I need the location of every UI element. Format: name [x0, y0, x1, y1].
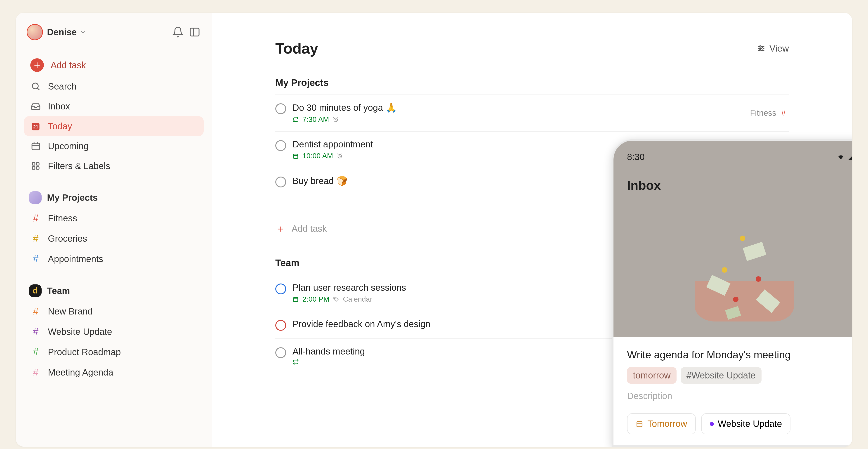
task-title: Buy bread	[292, 176, 334, 186]
chip-date[interactable]: tomorrow	[627, 367, 677, 384]
today-label: Today	[48, 121, 72, 131]
phone-add-task-sheet: Write agenda for Monday's meeting tomorr…	[614, 337, 852, 434]
label-icon	[333, 296, 339, 302]
today-icon: 21	[30, 121, 41, 131]
panel-toggle-icon[interactable]	[188, 26, 201, 38]
phone-inbox-title: Inbox	[627, 178, 661, 192]
view-button[interactable]: View	[757, 43, 789, 54]
project-new-brand[interactable]: # New Brand	[24, 301, 204, 322]
recurring-icon	[292, 359, 299, 365]
phone-time: 8:30	[627, 152, 645, 162]
svg-line-29	[340, 156, 341, 157]
sheet-description-placeholder[interactable]: Description	[627, 391, 852, 401]
project-appointments[interactable]: # Appointments	[24, 249, 204, 269]
main-header: Today View	[275, 40, 789, 57]
svg-rect-0	[190, 28, 199, 36]
wifi-icon	[836, 154, 845, 160]
chip-project[interactable]: #Website Update	[681, 367, 762, 384]
project-meeting-agenda[interactable]: # Meeting Agenda	[24, 362, 204, 383]
task-title: All-hands meeting	[292, 347, 365, 357]
sidebar-item-filters[interactable]: Filters & Labels	[24, 156, 204, 176]
upcoming-label: Upcoming	[48, 141, 89, 151]
inbox-label: Inbox	[48, 101, 70, 112]
sidebar-item-search[interactable]: Search	[24, 77, 204, 96]
task-project-tag[interactable]: Fitness #	[750, 108, 789, 118]
phone-status-bar: 8:30	[627, 152, 852, 162]
task-checkbox[interactable]	[275, 283, 286, 294]
svg-rect-11	[37, 162, 39, 165]
hash-icon: #	[30, 253, 41, 265]
task-title: Provide feedback on Amy's design	[292, 319, 430, 329]
project-color-dot-icon	[710, 422, 714, 426]
task-title: Plan user research sessions	[292, 282, 406, 293]
notifications-icon[interactable]	[172, 26, 184, 38]
task-row[interactable]: Do 30 minutes of yoga 🙏 7:30 AM	[275, 95, 789, 131]
pill-date-label: Tomorrow	[647, 419, 687, 429]
myprojects-header[interactable]: My Projects	[24, 187, 204, 208]
svg-line-24	[338, 117, 338, 118]
team-header[interactable]: d Team	[24, 280, 204, 301]
myprojects-avatar-icon	[29, 191, 41, 204]
project-website-update[interactable]: # Website Update	[24, 322, 204, 342]
user-name[interactable]: Denise	[47, 27, 76, 37]
calendar-icon	[30, 141, 41, 151]
app-window: Denise + Add task Search	[16, 13, 852, 447]
svg-rect-40	[637, 422, 642, 427]
sheet-pill-row: Tomorrow Website Update	[627, 413, 852, 434]
svg-line-22	[336, 120, 337, 120]
svg-point-18	[762, 48, 763, 49]
project-product-roadmap[interactable]: # Product Roadmap	[24, 342, 204, 362]
add-task-button[interactable]: + Add task	[24, 54, 204, 77]
task-time: 7:30 AM	[303, 115, 329, 124]
svg-point-34	[335, 298, 336, 299]
project-groceries[interactable]: # Groceries	[24, 228, 204, 249]
sheet-task-title[interactable]: Write agenda for Monday's meeting	[627, 349, 852, 361]
sidebar-item-inbox[interactable]: Inbox	[24, 96, 204, 116]
task-time: 2:00 PM	[303, 295, 329, 303]
pill-date[interactable]: Tomorrow	[627, 413, 696, 434]
hash-icon: #	[30, 326, 41, 337]
svg-line-30	[338, 153, 338, 154]
date-icon	[292, 296, 299, 302]
signal-icon	[847, 154, 852, 160]
svg-point-2	[32, 83, 38, 89]
add-task-label: Add task	[51, 60, 86, 70]
sidebar-section-team: d Team # New Brand # Website Update # Pr…	[24, 280, 204, 383]
task-body: Do 30 minutes of yoga 🙏 7:30 AM	[292, 102, 744, 124]
hash-icon: #	[30, 233, 41, 244]
chevron-down-icon[interactable]	[80, 29, 86, 35]
project-fitness[interactable]: # Fitness	[24, 208, 204, 228]
user-avatar[interactable]	[27, 24, 43, 40]
task-checkbox[interactable]	[275, 347, 286, 358]
view-label: View	[770, 43, 789, 54]
recurring-icon	[292, 116, 299, 123]
sliders-icon	[757, 44, 766, 53]
project-label: Website Update	[48, 327, 112, 337]
pill-project[interactable]: Website Update	[701, 413, 791, 434]
plus-icon: +	[30, 58, 44, 72]
hash-icon: #	[778, 108, 789, 118]
task-checkbox[interactable]	[275, 103, 286, 114]
task-checkbox[interactable]	[275, 140, 286, 151]
task-title: Dentist appointment	[292, 139, 373, 149]
project-label: Appointments	[48, 254, 103, 264]
phone-top: 8:30 Inbox	[614, 141, 852, 337]
team-label: Team	[47, 286, 70, 296]
tag-label: Fitness	[750, 108, 776, 118]
project-label: New Brand	[48, 306, 93, 317]
sidebar-item-upcoming[interactable]: Upcoming	[24, 136, 204, 156]
task-time: 10:00 AM	[303, 152, 333, 160]
sidebar-item-today[interactable]: 21 Today	[24, 116, 204, 136]
phone-inbox-header: Inbox	[627, 178, 852, 192]
task-title: Do 30 minutes of yoga	[292, 102, 383, 113]
sheet-chips: tomorrow #Website Update	[627, 367, 852, 384]
svg-rect-12	[32, 167, 35, 169]
project-label: Fitness	[48, 213, 77, 223]
page-title: Today	[275, 40, 318, 57]
hash-icon: #	[30, 306, 41, 317]
task-checkbox[interactable]	[275, 177, 286, 187]
team-badge-icon: d	[29, 285, 41, 297]
task-label: Calendar	[343, 295, 372, 303]
section-title-myprojects: My Projects	[275, 77, 789, 88]
task-checkbox[interactable]	[275, 320, 286, 331]
